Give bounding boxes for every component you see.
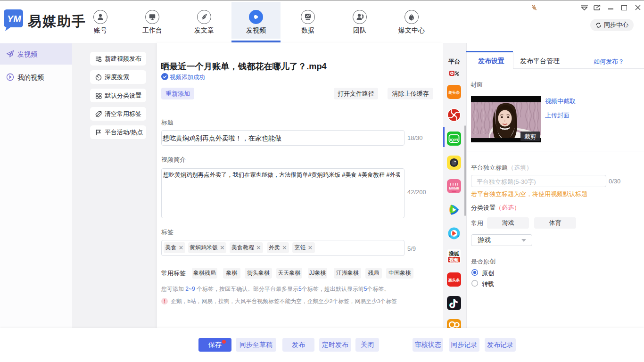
svg-text:bilibili: bilibili <box>449 186 459 190</box>
svg-text:iQIYI: iQIYI <box>450 138 458 142</box>
svg-text:YM: YM <box>6 14 22 24</box>
svg-text:惠头条: 惠头条 <box>448 278 460 282</box>
svg-text:搜狐: 搜狐 <box>448 251 460 256</box>
svg-text:趣头条: 趣头条 <box>448 90 460 95</box>
svg-text:视频: 视频 <box>449 257 459 263</box>
svg-text:裁剪: 裁剪 <box>524 133 537 140</box>
